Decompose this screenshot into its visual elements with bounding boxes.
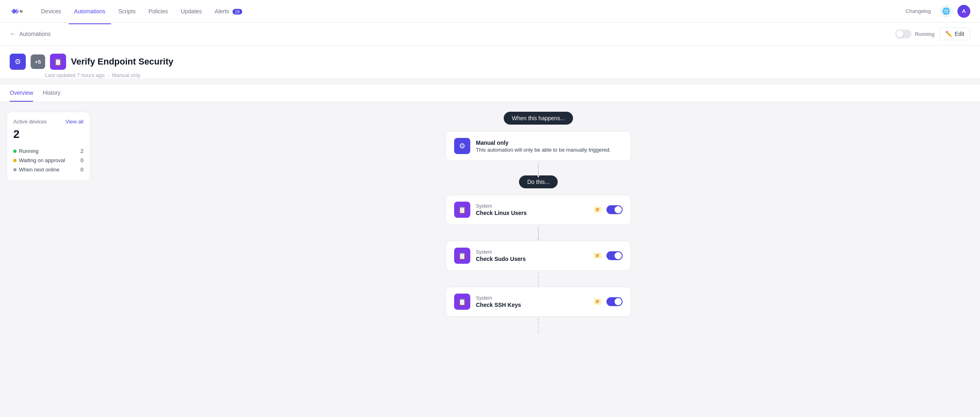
status-text-online: When next online xyxy=(19,167,59,173)
flow-connector-1 xyxy=(538,163,539,175)
nav-item-devices[interactable]: Devices xyxy=(35,5,67,18)
avatar[interactable]: A xyxy=(957,5,970,18)
main-content: Active devices View all 2 Running 2 Wait… xyxy=(0,102,980,417)
top-navigation: level Devices Automations Scripts Polici… xyxy=(0,0,980,23)
sidebar-panel: Active devices View all 2 Running 2 Wait… xyxy=(0,102,97,417)
step2-if-badge: IF xyxy=(594,252,602,259)
step2-toggle-knob xyxy=(615,252,622,259)
breadcrumb-label: Automations xyxy=(19,31,51,37)
page-title-row: ⚙ +5 📋 Verify Endpoint Security xyxy=(10,54,970,70)
step3-toggle-knob xyxy=(615,298,622,305)
step3-right: IF xyxy=(594,297,623,306)
breadcrumb-right: Running ✏️ Edit xyxy=(895,27,970,40)
toggle-knob xyxy=(896,30,903,38)
step1-toggle[interactable] xyxy=(606,205,623,214)
status-value-running: 2 xyxy=(81,148,83,154)
flow-connector-3 xyxy=(538,272,539,287)
step3-if-badge: IF xyxy=(594,298,602,305)
automation-icon-purple: 📋 xyxy=(50,54,66,70)
status-row-online: When next online 0 xyxy=(13,165,83,174)
running-toggle: Running xyxy=(895,29,934,38)
active-devices-header: Active devices View all xyxy=(13,119,83,125)
step1-icon: 📋 xyxy=(454,202,470,218)
manual-only-label: Manual only xyxy=(112,72,140,78)
step1-content: System Check Linux Users xyxy=(476,203,588,216)
edit-label: Edit xyxy=(955,31,964,37)
page-title: Verify Endpoint Security xyxy=(71,56,173,67)
flow-connector-4 xyxy=(538,318,539,333)
edit-pencil-icon: ✏️ xyxy=(945,31,952,37)
trigger-card[interactable]: ⚙ Manual only This automation will only … xyxy=(446,131,631,161)
step1-category: System xyxy=(476,203,588,209)
active-devices-title: Active devices xyxy=(13,119,47,125)
status-label-online: When next online xyxy=(13,167,59,173)
edit-button[interactable]: ✏️ Edit xyxy=(939,27,970,40)
automation-icon-blue: ⚙ xyxy=(10,54,26,70)
step3-title: Check SSH Keys xyxy=(476,302,588,308)
status-label-running: Running xyxy=(13,148,38,154)
last-updated: Last updated 7 hours ago xyxy=(45,72,104,78)
step3-toggle[interactable] xyxy=(606,297,623,306)
nav-item-automations[interactable]: Automations xyxy=(69,5,111,18)
trigger-card-icon: ⚙ xyxy=(454,138,470,154)
step2-right: IF xyxy=(594,251,623,260)
trigger-card-desc: This automation will only be able to be … xyxy=(476,147,623,153)
view-all-link[interactable]: View all xyxy=(65,119,83,125)
status-text-running: Running xyxy=(19,148,38,154)
status-row-waiting: Waiting on approval 0 xyxy=(13,156,83,165)
running-label: Running xyxy=(915,31,934,37)
step1-title: Check Linux Users xyxy=(476,210,588,216)
nav-item-alerts[interactable]: Alerts 18 xyxy=(209,5,248,18)
nav-item-policies[interactable]: Policies xyxy=(143,5,173,18)
status-dot-green xyxy=(13,150,17,153)
step2-toggle[interactable] xyxy=(606,251,623,260)
status-value-waiting: 0 xyxy=(81,157,83,163)
logo[interactable]: level xyxy=(10,7,23,15)
flow-area: When this happens... ⚙ Manual only This … xyxy=(97,102,980,417)
trigger-card-title: Manual only xyxy=(476,140,623,146)
step1-toggle-knob xyxy=(615,206,622,213)
tab-history[interactable]: History xyxy=(43,85,60,102)
status-label-waiting: Waiting on approval xyxy=(13,157,65,163)
nav-item-updates[interactable]: Updates xyxy=(175,5,208,18)
trigger-card-content: Manual only This automation will only be… xyxy=(476,140,623,153)
changelog-button[interactable]: Changelog xyxy=(901,6,935,17)
svg-text:level: level xyxy=(20,9,23,13)
tab-overview[interactable]: Overview xyxy=(10,85,33,102)
flow-step-3[interactable]: 📋 System Check SSH Keys IF xyxy=(446,287,631,317)
page-subtitle: Last updated 7 hours ago · Manual only xyxy=(45,72,970,78)
flow-step-1[interactable]: 📋 System Check Linux Users IF xyxy=(446,195,631,225)
globe-icon[interactable]: 🌐 xyxy=(940,5,953,18)
breadcrumb[interactable]: ← Automations xyxy=(10,30,51,38)
step3-content: System Check SSH Keys xyxy=(476,295,588,308)
flow-step-2[interactable]: 📋 System Check Sudo Users IF xyxy=(446,241,631,271)
running-toggle-switch[interactable] xyxy=(895,29,911,38)
trigger-pill: When this happens... xyxy=(504,112,573,125)
step1-if-badge: IF xyxy=(594,206,602,213)
nav-items: Devices Automations Scripts Policies Upd… xyxy=(35,5,901,18)
status-row-running: Running 2 xyxy=(13,146,83,156)
step1-right: IF xyxy=(594,205,623,214)
count-badge: +5 xyxy=(31,54,45,69)
back-arrow-icon: ← xyxy=(10,30,16,38)
step2-icon: 📋 xyxy=(454,248,470,264)
status-text-waiting: Waiting on approval xyxy=(19,157,65,163)
tabs-bar: Overview History xyxy=(0,85,980,102)
page-header: ⚙ +5 📋 Verify Endpoint Security Last upd… xyxy=(0,46,980,78)
alerts-badge: 18 xyxy=(233,9,242,15)
step2-category: System xyxy=(476,249,588,255)
status-dot-gray xyxy=(13,168,17,171)
active-devices-count: 2 xyxy=(13,128,83,141)
breadcrumb-bar: ← Automations Running ✏️ Edit xyxy=(0,23,980,46)
status-value-online: 0 xyxy=(81,167,83,173)
step2-content: System Check Sudo Users xyxy=(476,249,588,262)
nav-item-scripts[interactable]: Scripts xyxy=(113,5,141,18)
step3-category: System xyxy=(476,295,588,301)
dot-separator: · xyxy=(108,72,109,78)
step2-title: Check Sudo Users xyxy=(476,256,588,262)
status-dot-yellow xyxy=(13,159,17,162)
step3-icon: 📋 xyxy=(454,294,470,310)
active-devices-card: Active devices View all 2 Running 2 Wait… xyxy=(6,112,90,181)
flow-connector-2: ▼ xyxy=(538,226,539,241)
nav-right: Changelog 🌐 A xyxy=(901,5,970,18)
